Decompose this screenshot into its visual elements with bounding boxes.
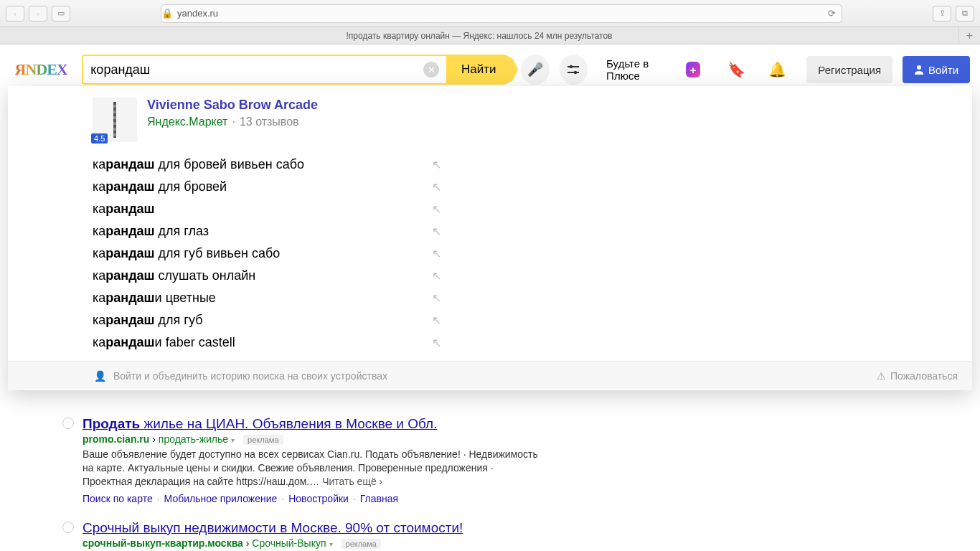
product-subtitle: Яндекс.Маркет·13 отзывов	[147, 116, 318, 128]
suggest-item[interactable]: карандаш↖	[93, 198, 929, 220]
suggest-product[interactable]: 4.5 Vivienne Sabo Brow Arcade Яндекс.Мар…	[93, 93, 972, 154]
bookmark-icon[interactable]: 🔖	[727, 61, 745, 78]
voice-icon[interactable]: 🎤	[521, 55, 549, 85]
back-button[interactable]: ‹	[6, 6, 24, 22]
warning-icon: ⚠	[877, 370, 886, 382]
plus-icon: +	[686, 62, 701, 77]
svg-point-3	[574, 71, 577, 74]
clear-icon[interactable]: ✕	[423, 62, 439, 77]
bell-icon[interactable]: 🔔	[768, 61, 786, 78]
register-button[interactable]: Регистрация	[806, 56, 892, 83]
suggest-item[interactable]: карандаш для губ↖	[93, 309, 929, 331]
share-button[interactable]: ⇪	[933, 6, 951, 22]
insert-icon[interactable]: ↖	[432, 314, 441, 327]
reload-icon[interactable]: ⟳	[828, 8, 836, 19]
suggest-item[interactable]: карандаш для бровей↖	[93, 176, 929, 198]
result-title[interactable]: Срочный выкуп недвижимости в Москве. 90%…	[83, 520, 463, 535]
result-title[interactable]: Продать жилье на ЦИАН. Объявления в Моск…	[83, 416, 437, 431]
address-bar[interactable]: 🔒 yandex.ru ⟳	[161, 4, 842, 23]
lock-icon: 🔒	[161, 8, 173, 19]
plus-promo[interactable]: Будьте в Плюсе +	[606, 57, 700, 82]
insert-icon[interactable]: ↖	[432, 202, 441, 216]
globe-icon	[62, 522, 74, 533]
result-sitelinks[interactable]: Поиск по карте·Мобильное приложение·Ново…	[83, 493, 545, 504]
tabs-button[interactable]: ⧉	[956, 6, 974, 22]
suggest-list: карандаш для бровей вивьен сабо↖карандаш…	[93, 154, 972, 354]
sync-history-prompt[interactable]: 👤 Войти и объединить историю поиска на с…	[94, 370, 387, 382]
search-form: ✕ Найти	[82, 55, 511, 85]
search-box: ✕	[82, 55, 446, 85]
insert-icon[interactable]: ↖	[432, 225, 441, 238]
suggest-item[interactable]: карандаш для глаз↖	[93, 220, 929, 242]
suggest-item[interactable]: карандаши цветные↖	[93, 287, 929, 309]
new-tab-button[interactable]: +	[958, 27, 980, 44]
browser-toolbar: ‹ › ▭ 🔒 yandex.ru ⟳ ⇪ ⧉	[0, 0, 980, 27]
url-text: yandex.ru	[177, 8, 218, 19]
search-results: Продать жилье на ЦИАН. Объявления в Моск…	[0, 408, 545, 551]
settings-icon[interactable]	[560, 55, 588, 85]
forward-button[interactable]: ›	[29, 6, 47, 22]
search-input[interactable]	[90, 62, 423, 77]
search-button[interactable]: Найти	[446, 55, 511, 85]
insert-icon[interactable]: ↖	[432, 247, 441, 260]
insert-icon[interactable]: ↖	[432, 158, 441, 171]
suggest-footer: 👤 Войти и объединить историю поиска на с…	[8, 361, 972, 390]
browser-tab[interactable]: !продать квартиру онлайн — Яндекс: нашло…	[0, 31, 958, 41]
globe-icon	[62, 418, 74, 429]
insert-icon[interactable]: ↖	[432, 180, 441, 194]
suggest-dropdown: 4.5 Vivienne Sabo Brow Arcade Яндекс.Мар…	[8, 86, 972, 390]
result-url[interactable]: срочный-выкуп-квартир.москва › Срочный-В…	[83, 537, 545, 549]
report-link[interactable]: ⚠ Пожаловаться	[877, 370, 958, 382]
yandex-logo[interactable]: ЯNDEX	[10, 55, 72, 84]
rating-badge: 4.5	[91, 133, 108, 143]
product-thumb: 4.5	[93, 98, 137, 142]
insert-icon[interactable]: ↖	[432, 336, 441, 349]
insert-icon[interactable]: ↖	[432, 291, 441, 305]
suggest-item[interactable]: карандаш для бровей вивьен сабо↖	[93, 154, 929, 176]
login-button[interactable]: Войти	[903, 56, 970, 83]
suggest-item[interactable]: карандаш слушать онлайн↖	[93, 265, 929, 287]
svg-point-1	[570, 65, 573, 68]
user-icon: 👤	[94, 370, 106, 382]
result-snippet: Ваше объявление будет доступно на всех с…	[83, 448, 545, 489]
insert-icon[interactable]: ↖	[432, 269, 441, 283]
product-title[interactable]: Vivienne Sabo Brow Arcade	[147, 98, 318, 112]
svg-point-4	[917, 65, 921, 70]
suggest-item[interactable]: карандаш для губ вивьен сабо↖	[93, 242, 929, 265]
yandex-header: ЯNDEX ✕ Найти 🎤 Будьте в Плюсе + 🔖 🔔 Рег…	[0, 44, 980, 92]
tab-bar: !продать квартиру онлайн — Яндекс: нашло…	[0, 27, 980, 44]
result-item: Срочный выкуп недвижимости в Москве. 90%…	[83, 520, 545, 551]
suggest-item[interactable]: карандаши faber castell↖	[93, 331, 929, 354]
sidebar-button[interactable]: ▭	[52, 6, 70, 22]
result-item: Продать жилье на ЦИАН. Объявления в Моск…	[83, 416, 545, 504]
result-url[interactable]: promo.cian.ru › продать-жилье▾реклама	[83, 433, 545, 445]
